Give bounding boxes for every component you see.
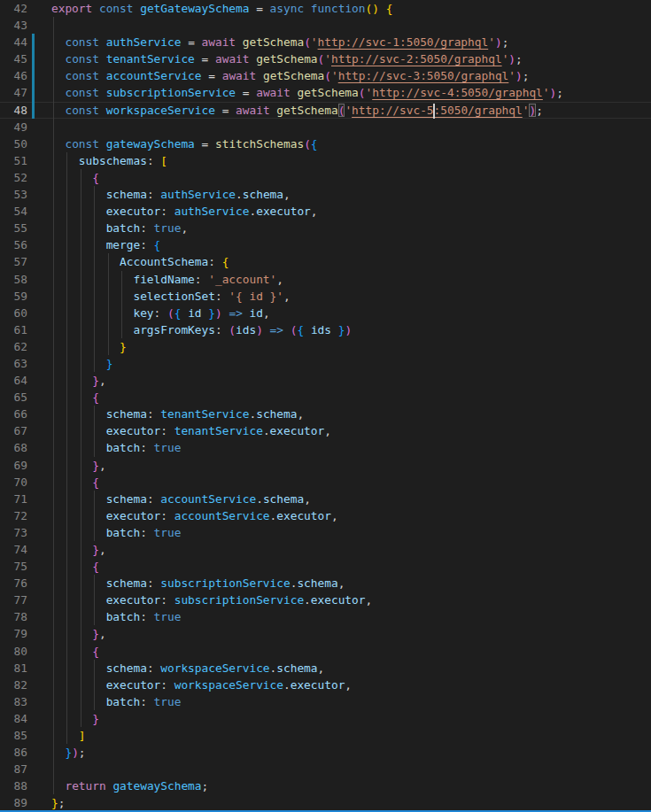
line-number[interactable]: 81 bbox=[0, 660, 27, 677]
line-number[interactable]: 68 bbox=[0, 439, 27, 456]
code-line[interactable]: 66 schema: tenantService.schema, bbox=[0, 406, 651, 422]
code-line[interactable]: 56 merge: { bbox=[0, 236, 651, 253]
line-number[interactable]: 85 bbox=[0, 727, 27, 744]
code-line[interactable]: 42export const getGatewaySchema = async … bbox=[0, 0, 651, 17]
code-line[interactable]: 54 executor: authService.executor, bbox=[0, 203, 651, 220]
code-line[interactable]: 71 schema: accountService.schema, bbox=[0, 491, 651, 507]
code-line[interactable]: 53 schema: authService.schema, bbox=[0, 186, 651, 203]
line-number[interactable]: 67 bbox=[0, 422, 27, 439]
line-number[interactable]: 42 bbox=[0, 0, 27, 17]
code-line[interactable]: 46 const accountService = await getSchem… bbox=[0, 67, 651, 84]
line-number[interactable]: 57 bbox=[0, 253, 27, 270]
code-line[interactable]: 70 { bbox=[0, 474, 651, 491]
code-line[interactable]: 86 }); bbox=[0, 744, 651, 761]
line-number[interactable]: 79 bbox=[0, 625, 27, 642]
line-number[interactable]: 72 bbox=[0, 507, 27, 524]
code-line[interactable]: 48 const workspaceService = await getSch… bbox=[0, 102, 651, 119]
code-line[interactable]: 89}; bbox=[0, 794, 651, 811]
line-number[interactable]: 88 bbox=[0, 777, 27, 794]
code-line[interactable]: 63 } bbox=[0, 355, 651, 372]
code-line[interactable]: 76 schema: subscriptionService.schema, bbox=[0, 575, 651, 592]
line-number[interactable]: 49 bbox=[0, 119, 27, 135]
code-line[interactable]: 45 const tenantService = await getSchema… bbox=[0, 50, 651, 67]
line-number[interactable]: 46 bbox=[0, 67, 27, 84]
code-token bbox=[51, 661, 106, 675]
code-line[interactable]: 83 batch: true bbox=[0, 693, 651, 710]
line-number[interactable]: 56 bbox=[0, 236, 27, 253]
line-number[interactable]: 70 bbox=[0, 474, 27, 491]
code-token: ids bbox=[236, 323, 256, 336]
line-number[interactable]: 58 bbox=[0, 271, 27, 288]
line-number[interactable]: 87 bbox=[0, 761, 27, 777]
code-text: const gatewaySchema = stitchSchemas({ bbox=[51, 135, 318, 152]
line-number[interactable]: 59 bbox=[0, 288, 27, 305]
code-line[interactable]: 52 { bbox=[0, 169, 651, 186]
line-number[interactable]: 51 bbox=[0, 152, 27, 169]
line-number[interactable]: 61 bbox=[0, 321, 27, 338]
line-number[interactable]: 75 bbox=[0, 558, 27, 575]
code-line[interactable]: 68 batch: true bbox=[0, 439, 651, 456]
line-number[interactable]: 60 bbox=[0, 305, 27, 321]
line-number[interactable]: 80 bbox=[0, 643, 27, 660]
line-number[interactable]: 64 bbox=[0, 372, 27, 389]
code-token: await bbox=[236, 104, 270, 117]
code-line[interactable]: 85 ] bbox=[0, 727, 651, 744]
line-number[interactable]: 43 bbox=[0, 17, 27, 34]
line-number[interactable]: 69 bbox=[0, 457, 27, 474]
code-line[interactable]: 50 const gatewaySchema = stitchSchemas({ bbox=[0, 135, 651, 152]
code-line[interactable]: 73 batch: true bbox=[0, 524, 651, 541]
line-number[interactable]: 63 bbox=[0, 355, 27, 372]
code-line[interactable]: 81 schema: workspaceService.schema, bbox=[0, 660, 651, 677]
line-number[interactable]: 76 bbox=[0, 575, 27, 592]
code-line[interactable]: 57 AccountSchema: { bbox=[0, 253, 651, 270]
line-number[interactable]: 45 bbox=[0, 50, 27, 67]
code-line[interactable]: 59 selectionSet: '{ id }', bbox=[0, 288, 651, 305]
code-line[interactable]: 79 }, bbox=[0, 625, 651, 642]
line-number[interactable]: 78 bbox=[0, 608, 27, 625]
code-line[interactable]: 43 bbox=[0, 17, 651, 34]
line-number[interactable]: 73 bbox=[0, 524, 27, 541]
code-line[interactable]: 49 bbox=[0, 119, 651, 135]
line-number[interactable]: 62 bbox=[0, 338, 27, 355]
line-number[interactable]: 86 bbox=[0, 744, 27, 761]
line-number[interactable]: 89 bbox=[0, 794, 27, 811]
code-line[interactable]: 44 const authService = await getSchema('… bbox=[0, 34, 651, 50]
code-line[interactable]: 77 executor: subscriptionService.executo… bbox=[0, 592, 651, 608]
line-number[interactable]: 55 bbox=[0, 220, 27, 236]
line-number[interactable]: 47 bbox=[0, 84, 27, 101]
line-number[interactable]: 77 bbox=[0, 592, 27, 608]
code-line[interactable]: 80 { bbox=[0, 643, 651, 660]
line-number[interactable]: 84 bbox=[0, 710, 27, 727]
line-number[interactable]: 71 bbox=[0, 491, 27, 507]
line-number[interactable]: 65 bbox=[0, 389, 27, 406]
code-line[interactable]: 58 fieldName: '_account', bbox=[0, 271, 651, 288]
code-line[interactable]: 55 batch: true, bbox=[0, 220, 651, 236]
code-line[interactable]: 84 } bbox=[0, 710, 651, 727]
code-line[interactable]: 51 subschemas: [ bbox=[0, 152, 651, 169]
code-line[interactable]: 62 } bbox=[0, 338, 651, 355]
line-number[interactable]: 54 bbox=[0, 203, 27, 220]
line-number[interactable]: 53 bbox=[0, 186, 27, 203]
code-line[interactable]: 67 executor: tenantService.executor, bbox=[0, 422, 651, 439]
code-line[interactable]: 65 { bbox=[0, 389, 651, 406]
code-line[interactable]: 72 executor: accountService.executor, bbox=[0, 507, 651, 524]
line-number[interactable]: 50 bbox=[0, 135, 27, 152]
line-number[interactable]: 83 bbox=[0, 693, 27, 710]
code-line[interactable]: 82 executor: workspaceService.executor, bbox=[0, 677, 651, 693]
code-line[interactable]: 61 argsFromKeys: (ids) => ({ ids }) bbox=[0, 321, 651, 338]
code-line[interactable]: 74 }, bbox=[0, 541, 651, 558]
code-line[interactable]: 75 { bbox=[0, 558, 651, 575]
line-number[interactable]: 82 bbox=[0, 677, 27, 693]
line-number[interactable]: 66 bbox=[0, 406, 27, 422]
code-line[interactable]: 64 }, bbox=[0, 372, 651, 389]
code-line[interactable]: 69 }, bbox=[0, 457, 651, 474]
line-number[interactable]: 74 bbox=[0, 541, 27, 558]
code-line[interactable]: 78 batch: true bbox=[0, 608, 651, 625]
code-line[interactable]: 60 key: ({ id }) => id, bbox=[0, 305, 651, 321]
line-number[interactable]: 48 bbox=[0, 102, 27, 119]
code-line[interactable]: 87 bbox=[0, 761, 651, 777]
line-number[interactable]: 52 bbox=[0, 169, 27, 186]
line-number[interactable]: 44 bbox=[0, 34, 27, 50]
code-line[interactable]: 47 const subscriptionService = await get… bbox=[0, 84, 651, 101]
code-line[interactable]: 88 return gatewaySchema; bbox=[0, 777, 651, 794]
